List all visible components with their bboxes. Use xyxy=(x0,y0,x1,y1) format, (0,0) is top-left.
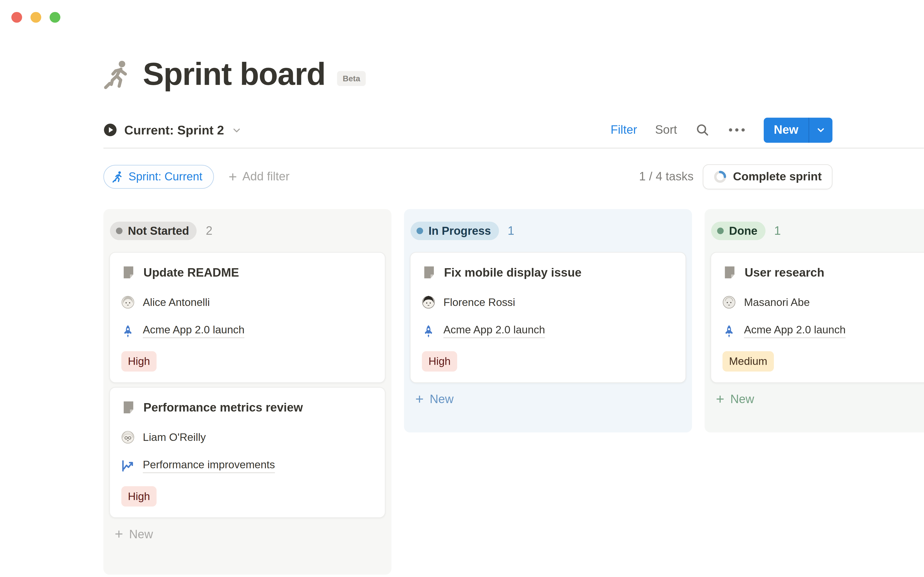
view-switcher[interactable]: Current: Sprint 2 xyxy=(103,122,242,137)
beta-badge: Beta xyxy=(337,71,366,86)
assignee-name: Liam O'Reilly xyxy=(143,431,206,443)
page-title: Sprint board xyxy=(143,58,326,90)
avatar xyxy=(422,296,435,309)
assignee-name: Alice Antonelli xyxy=(143,296,210,309)
project-link[interactable]: Acme App 2.0 launch xyxy=(143,324,245,338)
card-title: Update README xyxy=(144,266,239,279)
card-title: User research xyxy=(745,266,824,279)
rocket-icon xyxy=(121,324,134,338)
add-filter-button[interactable]: + Add filter xyxy=(229,169,289,184)
kanban-board: Not Started 2 Update README xyxy=(103,209,924,575)
project-link[interactable]: Acme App 2.0 launch xyxy=(744,324,846,338)
page-icon xyxy=(422,265,436,280)
close-button[interactable] xyxy=(11,12,22,23)
chart-icon xyxy=(121,459,134,472)
project-link[interactable]: Acme App 2.0 launch xyxy=(443,324,545,338)
sprint-filter-label: Sprint: Current xyxy=(129,170,202,183)
add-card-button[interactable]: + New xyxy=(415,392,686,406)
card-title: Performance metrics review xyxy=(144,400,303,414)
priority-badge: High xyxy=(121,351,156,371)
new-button[interactable]: New xyxy=(764,118,809,142)
column-not-started: Not Started 2 Update README xyxy=(103,209,392,575)
add-filter-label: Add filter xyxy=(242,169,289,183)
sort-button[interactable]: Sort xyxy=(655,123,677,137)
add-card-label: New xyxy=(430,392,453,406)
runner-icon xyxy=(112,171,123,182)
assignee-name: Masanori Abe xyxy=(744,296,810,309)
ellipsis-icon[interactable] xyxy=(728,127,746,132)
priority-badge: High xyxy=(121,486,156,506)
priority-badge: Medium xyxy=(722,351,774,371)
column-done: Done 1 User research xyxy=(705,209,924,432)
view-toolbar: Current: Sprint 2 Filter Sort New xyxy=(103,117,832,143)
task-card[interactable]: Fix mobile display issue Florence Rossi xyxy=(410,252,686,383)
status-pill-done[interactable]: Done xyxy=(711,221,765,240)
filter-button[interactable]: Filter xyxy=(610,123,637,137)
add-card-button[interactable]: + New xyxy=(115,527,385,541)
priority-badge: High xyxy=(422,351,457,371)
status-dot xyxy=(416,227,423,234)
toolbar-divider xyxy=(103,147,924,148)
plus-icon: + xyxy=(229,169,237,184)
status-dot xyxy=(116,227,123,234)
rocket-icon xyxy=(722,324,736,338)
sprint-filter-chip[interactable]: Sprint: Current xyxy=(103,164,214,188)
view-label: Current: Sprint 2 xyxy=(124,122,224,137)
complete-sprint-label: Complete sprint xyxy=(733,169,822,183)
status-dot xyxy=(717,227,724,234)
task-card[interactable]: User research Masanori Abe Acme A xyxy=(711,252,924,383)
rocket-icon xyxy=(422,324,435,338)
progress-ring-icon xyxy=(713,170,726,183)
sprint-board-window: Sprint board Beta Current: Sprint 2 Filt… xyxy=(0,0,924,577)
status-pill-in-progress[interactable]: In Progress xyxy=(411,221,498,240)
task-card[interactable]: Update README Alice Antonelli Acm xyxy=(109,252,385,383)
zoom-button[interactable] xyxy=(50,12,60,23)
assignee-name: Florence Rossi xyxy=(443,296,515,309)
column-count: 2 xyxy=(206,224,213,238)
minimize-button[interactable] xyxy=(31,12,41,23)
window-controls xyxy=(11,12,60,23)
status-label: Done xyxy=(729,224,758,238)
play-icon xyxy=(103,123,117,137)
project-link[interactable]: Performance improvements xyxy=(143,459,275,473)
add-card-label: New xyxy=(129,527,153,541)
status-label: In Progress xyxy=(429,224,491,238)
task-count: 1 / 4 tasks xyxy=(639,169,693,183)
page-icon xyxy=(121,265,136,280)
search-icon[interactable] xyxy=(695,122,710,137)
avatar xyxy=(121,431,134,444)
runner-icon xyxy=(102,60,131,89)
plus-icon: + xyxy=(716,392,724,406)
task-card[interactable]: Performance metrics review Liam O'Reilly xyxy=(109,387,385,518)
column-count: 1 xyxy=(774,224,781,238)
filter-bar: Sprint: Current + Add filter 1 / 4 tasks… xyxy=(103,164,832,189)
page-icon xyxy=(121,400,136,415)
column-in-progress: In Progress 1 Fix mobile display issue xyxy=(404,209,692,432)
column-header: Not Started 2 xyxy=(110,221,385,240)
new-button-group: New xyxy=(764,118,832,142)
plus-icon: + xyxy=(115,527,123,541)
chevron-down-icon xyxy=(231,124,242,135)
card-title: Fix mobile display issue xyxy=(444,266,581,279)
column-header: Done 1 xyxy=(711,221,924,240)
status-label: Not Started xyxy=(128,224,189,238)
page-icon xyxy=(722,265,737,280)
status-pill-not-started[interactable]: Not Started xyxy=(110,221,197,240)
page-header: Sprint board Beta xyxy=(102,58,366,90)
add-card-button[interactable]: + New xyxy=(716,392,924,406)
complete-sprint-button[interactable]: Complete sprint xyxy=(703,164,832,189)
new-button-chevron[interactable] xyxy=(809,118,832,142)
avatar xyxy=(121,296,134,309)
column-count: 1 xyxy=(508,224,514,238)
add-card-label: New xyxy=(730,392,754,406)
avatar xyxy=(722,296,736,309)
column-header: In Progress 1 xyxy=(411,221,686,240)
plus-icon: + xyxy=(415,392,424,406)
